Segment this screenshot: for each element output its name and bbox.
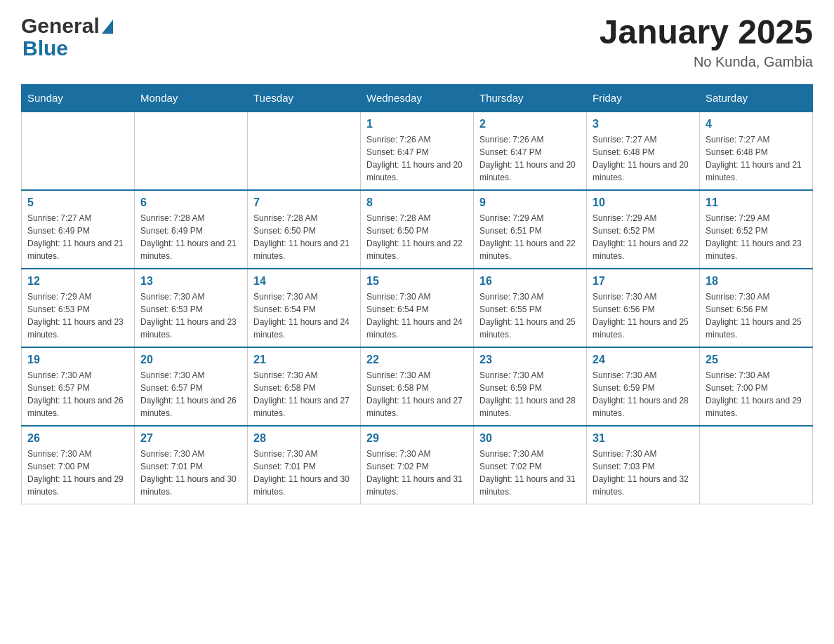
- calendar-day-header: Saturday: [700, 84, 813, 112]
- calendar-day-cell: 26Sunrise: 7:30 AM Sunset: 7:00 PM Dayli…: [22, 426, 135, 504]
- day-info: Sunrise: 7:29 AM Sunset: 6:52 PM Dayligh…: [593, 212, 694, 262]
- day-info: Sunrise: 7:30 AM Sunset: 6:57 PM Dayligh…: [27, 369, 128, 420]
- day-number: 1: [366, 118, 468, 130]
- day-number: 15: [366, 275, 468, 288]
- day-info: Sunrise: 7:28 AM Sunset: 6:50 PM Dayligh…: [366, 212, 468, 262]
- day-info: Sunrise: 7:30 AM Sunset: 6:56 PM Dayligh…: [593, 290, 694, 341]
- calendar-day-cell: 18Sunrise: 7:30 AM Sunset: 6:56 PM Dayli…: [700, 269, 813, 347]
- calendar-week-row: 12Sunrise: 7:29 AM Sunset: 6:53 PM Dayli…: [22, 269, 813, 347]
- calendar-day-cell: 31Sunrise: 7:30 AM Sunset: 7:03 PM Dayli…: [587, 426, 700, 504]
- day-info: Sunrise: 7:27 AM Sunset: 6:48 PM Dayligh…: [706, 133, 807, 184]
- day-info: Sunrise: 7:30 AM Sunset: 6:55 PM Dayligh…: [479, 290, 581, 341]
- day-info: Sunrise: 7:30 AM Sunset: 6:59 PM Dayligh…: [479, 369, 581, 420]
- day-info: Sunrise: 7:30 AM Sunset: 6:56 PM Dayligh…: [706, 290, 807, 341]
- day-number: 14: [253, 275, 355, 288]
- day-number: 30: [479, 432, 581, 445]
- day-number: 4: [706, 118, 807, 130]
- calendar-day-header: Tuesday: [248, 84, 361, 112]
- day-number: 26: [27, 432, 128, 445]
- calendar-table: SundayMondayTuesdayWednesdayThursdayFrid…: [21, 84, 813, 504]
- day-number: 20: [140, 354, 241, 366]
- calendar-day-cell: 3Sunrise: 7:27 AM Sunset: 6:48 PM Daylig…: [587, 112, 700, 190]
- calendar-day-header: Thursday: [474, 84, 587, 112]
- day-number: 12: [27, 275, 128, 288]
- day-info: Sunrise: 7:30 AM Sunset: 7:00 PM Dayligh…: [27, 448, 128, 498]
- calendar-week-row: 1Sunrise: 7:26 AM Sunset: 6:47 PM Daylig…: [22, 112, 813, 190]
- calendar-day-cell: 1Sunrise: 7:26 AM Sunset: 6:47 PM Daylig…: [361, 112, 474, 190]
- day-info: Sunrise: 7:26 AM Sunset: 6:47 PM Dayligh…: [479, 133, 581, 184]
- day-info: Sunrise: 7:30 AM Sunset: 6:54 PM Dayligh…: [366, 290, 468, 341]
- calendar-day-cell: 11Sunrise: 7:29 AM Sunset: 6:52 PM Dayli…: [700, 190, 813, 269]
- calendar-day-cell: 17Sunrise: 7:30 AM Sunset: 6:56 PM Dayli…: [587, 269, 700, 347]
- day-info: Sunrise: 7:30 AM Sunset: 6:57 PM Dayligh…: [140, 369, 241, 420]
- calendar-day-cell: 20Sunrise: 7:30 AM Sunset: 6:57 PM Dayli…: [135, 347, 248, 426]
- location: No Kunda, Gambia: [600, 54, 813, 70]
- day-info: Sunrise: 7:28 AM Sunset: 6:50 PM Dayligh…: [253, 212, 355, 262]
- day-info: Sunrise: 7:30 AM Sunset: 6:53 PM Dayligh…: [140, 290, 241, 341]
- day-number: 28: [253, 432, 355, 445]
- calendar-day-cell: 21Sunrise: 7:30 AM Sunset: 6:58 PM Dayli…: [248, 347, 361, 426]
- day-info: Sunrise: 7:30 AM Sunset: 7:01 PM Dayligh…: [253, 448, 355, 498]
- calendar-day-header: Sunday: [22, 84, 135, 112]
- calendar-day-cell: 14Sunrise: 7:30 AM Sunset: 6:54 PM Dayli…: [248, 269, 361, 347]
- day-number: 24: [593, 354, 694, 366]
- day-number: 9: [479, 196, 581, 209]
- day-info: Sunrise: 7:29 AM Sunset: 6:52 PM Dayligh…: [706, 212, 807, 262]
- day-number: 13: [140, 275, 241, 288]
- day-info: Sunrise: 7:29 AM Sunset: 6:51 PM Dayligh…: [479, 212, 581, 262]
- calendar-day-cell: 22Sunrise: 7:30 AM Sunset: 6:58 PM Dayli…: [361, 347, 474, 426]
- calendar-day-cell: 25Sunrise: 7:30 AM Sunset: 7:00 PM Dayli…: [700, 347, 813, 426]
- calendar-day-cell: 12Sunrise: 7:29 AM Sunset: 6:53 PM Dayli…: [22, 269, 135, 347]
- day-number: 23: [479, 354, 581, 366]
- day-number: 27: [140, 432, 241, 445]
- day-info: Sunrise: 7:30 AM Sunset: 6:58 PM Dayligh…: [253, 369, 355, 420]
- day-info: Sunrise: 7:27 AM Sunset: 6:49 PM Dayligh…: [27, 212, 128, 262]
- calendar-day-header: Monday: [135, 84, 248, 112]
- day-info: Sunrise: 7:28 AM Sunset: 6:49 PM Dayligh…: [140, 212, 241, 262]
- calendar-day-cell: 13Sunrise: 7:30 AM Sunset: 6:53 PM Dayli…: [135, 269, 248, 347]
- day-info: Sunrise: 7:30 AM Sunset: 6:58 PM Dayligh…: [366, 369, 468, 420]
- month-title: January 2025: [600, 14, 813, 51]
- day-info: Sunrise: 7:30 AM Sunset: 7:02 PM Dayligh…: [479, 448, 581, 498]
- day-number: 11: [706, 196, 807, 209]
- logo-blue-text: Blue: [22, 36, 68, 60]
- calendar-day-cell: [248, 112, 361, 190]
- calendar-day-header: Wednesday: [361, 84, 474, 112]
- page-header: General Blue January 2025 No Kunda, Gamb…: [21, 14, 813, 70]
- logo-triangle-icon: [102, 20, 113, 34]
- calendar-day-cell: 10Sunrise: 7:29 AM Sunset: 6:52 PM Dayli…: [587, 190, 700, 269]
- day-number: 25: [706, 354, 807, 366]
- calendar-day-cell: 28Sunrise: 7:30 AM Sunset: 7:01 PM Dayli…: [248, 426, 361, 504]
- day-number: 16: [479, 275, 581, 288]
- calendar-week-row: 26Sunrise: 7:30 AM Sunset: 7:00 PM Dayli…: [22, 426, 813, 504]
- calendar-day-cell: [700, 426, 813, 504]
- calendar-day-cell: 19Sunrise: 7:30 AM Sunset: 6:57 PM Dayli…: [22, 347, 135, 426]
- day-info: Sunrise: 7:30 AM Sunset: 7:02 PM Dayligh…: [366, 448, 468, 498]
- calendar-week-row: 5Sunrise: 7:27 AM Sunset: 6:49 PM Daylig…: [22, 190, 813, 269]
- day-number: 8: [366, 196, 468, 209]
- calendar-day-cell: 8Sunrise: 7:28 AM Sunset: 6:50 PM Daylig…: [361, 190, 474, 269]
- calendar-day-cell: 7Sunrise: 7:28 AM Sunset: 6:50 PM Daylig…: [248, 190, 361, 269]
- day-number: 29: [366, 432, 468, 445]
- calendar-header-row: SundayMondayTuesdayWednesdayThursdayFrid…: [22, 84, 813, 112]
- day-number: 2: [479, 118, 581, 130]
- calendar-day-cell: 9Sunrise: 7:29 AM Sunset: 6:51 PM Daylig…: [474, 190, 587, 269]
- svg-marker-0: [102, 20, 113, 34]
- title-section: January 2025 No Kunda, Gambia: [600, 14, 813, 70]
- calendar-day-cell: 30Sunrise: 7:30 AM Sunset: 7:02 PM Dayli…: [474, 426, 587, 504]
- calendar-day-cell: 29Sunrise: 7:30 AM Sunset: 7:02 PM Dayli…: [361, 426, 474, 504]
- calendar-day-cell: 2Sunrise: 7:26 AM Sunset: 6:47 PM Daylig…: [474, 112, 587, 190]
- calendar-day-cell: 16Sunrise: 7:30 AM Sunset: 6:55 PM Dayli…: [474, 269, 587, 347]
- calendar-day-cell: [22, 112, 135, 190]
- day-number: 10: [593, 196, 694, 209]
- day-number: 17: [593, 275, 694, 288]
- calendar-day-cell: 4Sunrise: 7:27 AM Sunset: 6:48 PM Daylig…: [700, 112, 813, 190]
- calendar-day-cell: 6Sunrise: 7:28 AM Sunset: 6:49 PM Daylig…: [135, 190, 248, 269]
- day-info: Sunrise: 7:27 AM Sunset: 6:48 PM Dayligh…: [593, 133, 694, 184]
- day-number: 22: [366, 354, 468, 366]
- day-number: 7: [253, 196, 355, 209]
- day-info: Sunrise: 7:30 AM Sunset: 6:54 PM Dayligh…: [253, 290, 355, 341]
- day-number: 21: [253, 354, 355, 366]
- day-number: 18: [706, 275, 807, 288]
- day-number: 5: [27, 196, 128, 209]
